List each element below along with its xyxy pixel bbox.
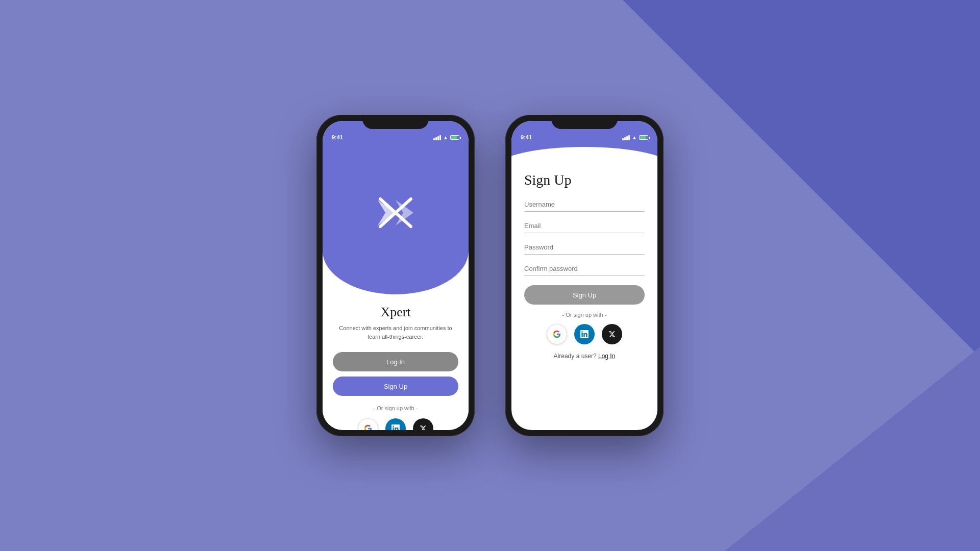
password-field [524,240,645,255]
phone2-notch [551,115,618,129]
battery-fill [451,136,457,139]
social-icons [358,418,433,430]
wifi-icon-2: ▲ [632,135,637,140]
already-user-text: Already a user? Log In [524,353,645,360]
email-field [524,219,645,233]
signal-bar-4 [439,135,441,140]
google-icon [364,424,372,430]
phone1-content: 9:41 ▲ [323,121,469,430]
phone1-status-icons: ▲ [433,135,459,140]
x-icon-2 [608,331,616,338]
x-icon [420,425,427,430]
signal-bar-1 [433,138,435,140]
phone2-inner: 9:41 ▲ [511,121,657,430]
battery-icon-2 [639,135,648,140]
phones-container: 9:41 ▲ [316,115,664,436]
signal-bar-2 [435,137,437,140]
battery-icon [450,135,459,140]
confirm-password-field [524,262,645,276]
linkedin-button-2[interactable] [574,324,595,344]
phone1: 9:41 ▲ [316,115,475,436]
linkedin-icon [391,424,400,430]
app-title: Xpert [380,305,410,320]
signal-bars [433,135,441,140]
username-field [524,197,645,212]
signup-title: Sign Up [524,172,645,188]
confirm-password-input[interactable] [524,262,645,276]
xpert-logo [373,190,419,236]
bg-shape-right [623,0,980,357]
phone2-content: 9:41 ▲ [511,121,657,430]
password-input[interactable] [524,240,645,255]
linkedin-icon-2 [580,330,589,338]
signal-bar-8 [628,135,630,140]
signal-bar-6 [624,137,626,140]
or-divider: - Or sign up with - [374,405,418,411]
phone2: 9:41 ▲ [505,115,664,436]
signup-form-button[interactable]: Sign Up [524,285,645,305]
login-button[interactable]: Log In [333,352,458,371]
phone1-time: 9:41 [332,134,343,140]
social-icons-2 [524,324,645,344]
google-button-2[interactable] [547,324,567,344]
phone1-notch [362,115,429,129]
login-link[interactable]: Log In [598,353,615,360]
phone1-header: 9:41 ▲ [323,121,469,294]
signal-bar-5 [622,138,624,140]
battery-fill-2 [640,136,646,139]
phone2-time: 9:41 [521,134,532,140]
signal-bar-7 [626,136,628,140]
phone2-status-icons: ▲ [622,135,648,140]
wifi-icon: ▲ [443,135,448,140]
signup-button[interactable]: Sign Up [333,377,458,396]
x-button[interactable] [413,418,433,430]
email-input[interactable] [524,219,645,233]
signal-bar-3 [437,136,439,140]
app-subtitle: Connect with experts and join communitie… [333,324,458,341]
phone2-body: Sign Up Sign Up - Or sign up with [511,167,657,430]
phone2-wave [511,147,657,167]
google-button[interactable] [358,418,378,430]
linkedin-button[interactable] [385,418,406,430]
x-button-2[interactable] [602,324,622,344]
or-divider-2: - Or sign up with - [524,312,645,318]
phone1-body: Xpert Connect with experts and join comm… [323,294,469,430]
bg-shape-bottom-right [725,347,980,551]
signal-bars-2 [622,135,630,140]
username-input[interactable] [524,197,645,212]
google-icon-2 [553,330,561,338]
phone1-inner: 9:41 ▲ [323,121,469,430]
